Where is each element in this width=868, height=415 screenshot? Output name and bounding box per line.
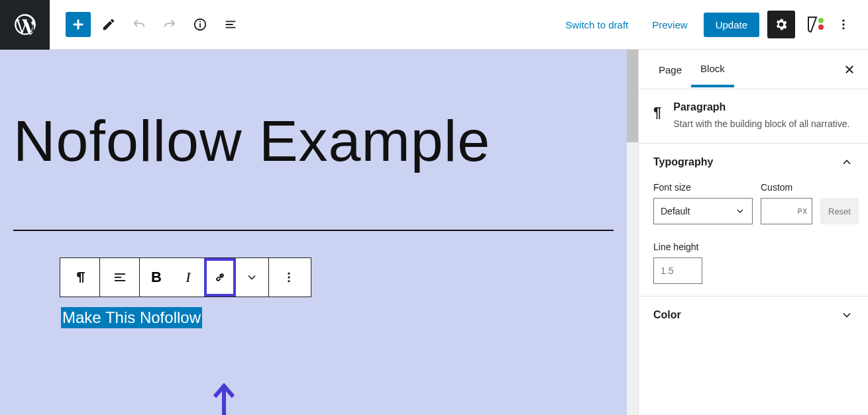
block-more-button[interactable]	[269, 258, 309, 297]
add-block-button[interactable]	[66, 12, 91, 37]
sidebar-close-button[interactable]	[841, 62, 857, 77]
align-left-icon	[112, 269, 128, 285]
font-size-value: Default	[661, 206, 690, 216]
annotation-arrow-icon	[211, 381, 237, 415]
redo-button[interactable]	[157, 12, 182, 37]
selected-paragraph-text[interactable]: Make This Nofollow	[61, 307, 202, 328]
paragraph-icon	[72, 269, 88, 285]
typography-panel: Typography Font size Default C	[639, 144, 868, 297]
info-button[interactable]	[188, 12, 213, 37]
italic-icon: I	[186, 269, 190, 286]
link-button[interactable]	[204, 258, 236, 297]
svg-point-5	[842, 20, 844, 22]
font-size-reset-button[interactable]: Reset	[820, 198, 859, 224]
block-info-section: ¶ Paragraph Start with the building bloc…	[639, 89, 868, 144]
scrollbar-thumb[interactable]	[627, 50, 638, 142]
svg-rect-2	[199, 21, 201, 23]
info-icon	[193, 17, 207, 32]
close-icon	[843, 64, 855, 75]
more-vertical-icon	[837, 18, 850, 31]
svg-point-4	[818, 24, 824, 30]
gear-icon	[774, 17, 788, 32]
line-height-input[interactable]: 1.5	[653, 257, 702, 284]
editor-scrollbar[interactable]	[627, 50, 638, 415]
pencil-icon	[101, 17, 116, 32]
block-toolbar: B I	[60, 257, 311, 297]
update-button[interactable]: Update	[704, 13, 759, 37]
color-title: Color	[653, 309, 681, 321]
italic-button[interactable]: I	[172, 258, 204, 297]
custom-size-input[interactable]: PX	[761, 198, 812, 224]
yoast-icon	[804, 15, 824, 34]
edit-mode-button[interactable]	[96, 12, 121, 37]
wordpress-icon	[13, 12, 38, 37]
plus-icon	[70, 17, 86, 32]
block-name: Paragraph	[673, 101, 849, 113]
color-panel: Color	[639, 297, 868, 334]
line-height-placeholder: 1.5	[661, 265, 673, 276]
preview-button[interactable]: Preview	[644, 14, 695, 36]
list-view-icon	[223, 17, 238, 32]
undo-button[interactable]	[127, 12, 152, 37]
block-type-button[interactable]	[60, 258, 100, 297]
color-panel-toggle[interactable]: Color	[653, 308, 853, 322]
paragraph-icon: ¶	[653, 101, 661, 121]
svg-point-3	[818, 18, 824, 23]
chevron-down-icon	[245, 271, 258, 284]
svg-rect-1	[199, 23, 201, 27]
settings-button[interactable]	[767, 11, 795, 38]
page-title[interactable]: Nofollow Example	[0, 50, 627, 180]
chevron-down-icon	[840, 308, 853, 322]
settings-sidebar: Page Block ¶ Paragraph Start with the bu…	[638, 50, 868, 415]
bold-icon: B	[151, 269, 162, 286]
wp-logo[interactable]	[0, 0, 50, 50]
editor-canvas[interactable]: Nofollow Example B	[0, 50, 627, 415]
outline-button[interactable]	[218, 12, 243, 37]
align-button[interactable]	[100, 258, 140, 297]
yoast-seo-button[interactable]	[803, 13, 826, 36]
font-size-select[interactable]: Default	[653, 198, 753, 224]
editor-topbar: Switch to draft Preview Update	[0, 0, 868, 50]
switch-to-draft-button[interactable]: Switch to draft	[557, 14, 636, 36]
more-options-button[interactable]	[834, 15, 853, 34]
svg-point-8	[288, 272, 290, 274]
more-vertical-icon	[282, 271, 296, 284]
svg-point-10	[288, 280, 290, 282]
tab-block[interactable]: Block	[691, 51, 734, 87]
custom-size-unit: PX	[798, 208, 808, 215]
svg-point-9	[288, 276, 290, 278]
custom-size-label: Custom	[761, 182, 812, 193]
more-rich-text-button[interactable]	[236, 258, 268, 297]
chevron-down-icon	[735, 206, 745, 216]
redo-icon	[162, 17, 177, 32]
typography-panel-toggle[interactable]: Typography	[653, 156, 853, 169]
block-description: Start with the building block of all nar…	[673, 117, 849, 131]
font-size-label: Font size	[653, 182, 753, 193]
undo-icon	[132, 17, 146, 32]
tab-page[interactable]: Page	[649, 52, 691, 86]
typography-title: Typography	[653, 156, 713, 168]
chevron-up-icon	[840, 156, 853, 169]
svg-point-7	[842, 27, 844, 29]
line-height-label: Line height	[653, 242, 853, 252]
svg-point-6	[842, 23, 844, 25]
link-icon	[212, 269, 228, 285]
bold-button[interactable]: B	[140, 258, 172, 297]
